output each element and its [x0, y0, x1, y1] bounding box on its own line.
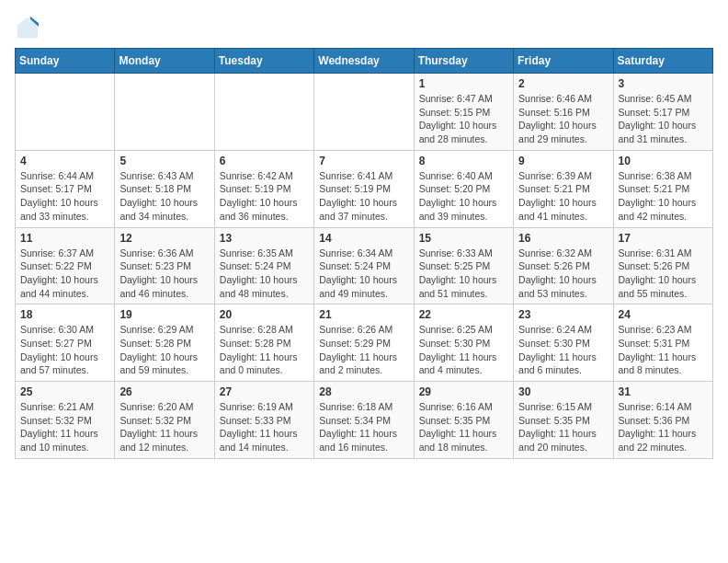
day-number: 1: [419, 77, 508, 90]
day-info: Sunrise: 6:28 AM Sunset: 5:28 PM Dayligh…: [220, 323, 309, 377]
day-number: 29: [419, 385, 508, 398]
day-info: Sunrise: 6:46 AM Sunset: 5:16 PM Dayligh…: [518, 92, 608, 146]
day-cell: 16Sunrise: 6:32 AM Sunset: 5:26 PM Dayli…: [514, 227, 613, 304]
day-info: Sunrise: 6:15 AM Sunset: 5:35 PM Dayligh…: [518, 400, 608, 454]
day-number: 25: [20, 385, 109, 398]
day-number: 12: [119, 232, 209, 245]
day-number: 21: [319, 308, 408, 321]
day-cell: 10Sunrise: 6:38 AM Sunset: 5:21 PM Dayli…: [613, 150, 712, 227]
day-cell: 14Sunrise: 6:34 AM Sunset: 5:24 PM Dayli…: [314, 227, 414, 304]
day-cell: 6Sunrise: 6:42 AM Sunset: 5:19 PM Daylig…: [214, 150, 313, 227]
day-cell: 30Sunrise: 6:15 AM Sunset: 5:35 PM Dayli…: [514, 382, 613, 459]
day-info: Sunrise: 6:23 AM Sunset: 5:31 PM Dayligh…: [619, 323, 708, 377]
day-number: 7: [319, 155, 408, 167]
day-cell: 15Sunrise: 6:33 AM Sunset: 5:25 PM Dayli…: [414, 227, 513, 304]
header-cell-sunday: Sunday: [16, 49, 115, 74]
day-info: Sunrise: 6:38 AM Sunset: 5:21 PM Dayligh…: [619, 169, 708, 224]
calendar: SundayMondayTuesdayWednesdayThursdayFrid…: [15, 48, 713, 459]
day-info: Sunrise: 6:16 AM Sunset: 5:35 PM Dayligh…: [419, 400, 508, 454]
day-number: 24: [619, 308, 708, 321]
day-number: 11: [20, 232, 109, 245]
day-number: 31: [619, 385, 708, 398]
day-number: 9: [518, 155, 608, 167]
calendar-body: 1Sunrise: 6:47 AM Sunset: 5:15 PM Daylig…: [16, 74, 713, 459]
day-number: 28: [319, 385, 408, 398]
day-number: 6: [220, 155, 309, 167]
day-cell: 21Sunrise: 6:26 AM Sunset: 5:29 PM Dayli…: [314, 304, 414, 382]
day-info: Sunrise: 6:42 AM Sunset: 5:19 PM Dayligh…: [220, 169, 309, 224]
day-number: 18: [20, 308, 109, 321]
day-info: Sunrise: 6:43 AM Sunset: 5:18 PM Dayligh…: [119, 169, 209, 224]
day-cell: 2Sunrise: 6:46 AM Sunset: 5:16 PM Daylig…: [514, 74, 613, 151]
week-row-4: 25Sunrise: 6:21 AM Sunset: 5:32 PM Dayli…: [16, 382, 713, 459]
day-number: 14: [319, 232, 408, 245]
day-cell: 24Sunrise: 6:23 AM Sunset: 5:31 PM Dayli…: [613, 304, 712, 382]
day-cell: 4Sunrise: 6:44 AM Sunset: 5:17 PM Daylig…: [16, 150, 115, 227]
logo-icon: [15, 15, 40, 40]
day-info: Sunrise: 6:24 AM Sunset: 5:30 PM Dayligh…: [518, 323, 608, 377]
day-info: Sunrise: 6:31 AM Sunset: 5:26 PM Dayligh…: [619, 247, 708, 301]
day-info: Sunrise: 6:35 AM Sunset: 5:24 PM Dayligh…: [220, 247, 309, 301]
week-row-0: 1Sunrise: 6:47 AM Sunset: 5:15 PM Daylig…: [16, 74, 713, 151]
day-info: Sunrise: 6:37 AM Sunset: 5:22 PM Dayligh…: [20, 247, 109, 301]
day-info: Sunrise: 6:40 AM Sunset: 5:20 PM Dayligh…: [419, 169, 508, 224]
header-row: SundayMondayTuesdayWednesdayThursdayFrid…: [16, 49, 713, 74]
day-cell: [214, 74, 313, 151]
day-cell: [115, 74, 214, 151]
day-cell: 17Sunrise: 6:31 AM Sunset: 5:26 PM Dayli…: [613, 227, 712, 304]
day-cell: [314, 74, 414, 151]
header-cell-monday: Monday: [115, 49, 214, 74]
day-number: 22: [419, 308, 508, 321]
day-info: Sunrise: 6:20 AM Sunset: 5:32 PM Dayligh…: [119, 400, 209, 454]
day-cell: 26Sunrise: 6:20 AM Sunset: 5:32 PM Dayli…: [115, 382, 214, 459]
day-info: Sunrise: 6:34 AM Sunset: 5:24 PM Dayligh…: [319, 247, 408, 301]
day-number: 13: [220, 232, 309, 245]
day-number: 19: [119, 308, 209, 321]
day-info: Sunrise: 6:41 AM Sunset: 5:19 PM Dayligh…: [319, 169, 408, 224]
day-cell: 11Sunrise: 6:37 AM Sunset: 5:22 PM Dayli…: [16, 227, 115, 304]
day-cell: 18Sunrise: 6:30 AM Sunset: 5:27 PM Dayli…: [16, 304, 115, 382]
day-cell: 29Sunrise: 6:16 AM Sunset: 5:35 PM Dayli…: [414, 382, 513, 459]
day-info: Sunrise: 6:26 AM Sunset: 5:29 PM Dayligh…: [319, 323, 408, 377]
page-header: [15, 15, 713, 40]
day-cell: 25Sunrise: 6:21 AM Sunset: 5:32 PM Dayli…: [16, 382, 115, 459]
day-number: 4: [20, 155, 109, 167]
day-cell: 19Sunrise: 6:29 AM Sunset: 5:28 PM Dayli…: [115, 304, 214, 382]
day-cell: 28Sunrise: 6:18 AM Sunset: 5:34 PM Dayli…: [314, 382, 414, 459]
week-row-3: 18Sunrise: 6:30 AM Sunset: 5:27 PM Dayli…: [16, 304, 713, 382]
day-cell: 8Sunrise: 6:40 AM Sunset: 5:20 PM Daylig…: [414, 150, 513, 227]
day-info: Sunrise: 6:14 AM Sunset: 5:36 PM Dayligh…: [619, 400, 708, 454]
day-cell: 9Sunrise: 6:39 AM Sunset: 5:21 PM Daylig…: [514, 150, 613, 227]
header-cell-friday: Friday: [514, 49, 613, 74]
day-cell: 3Sunrise: 6:45 AM Sunset: 5:17 PM Daylig…: [613, 74, 712, 151]
day-info: Sunrise: 6:18 AM Sunset: 5:34 PM Dayligh…: [319, 400, 408, 454]
header-cell-wednesday: Wednesday: [314, 49, 414, 74]
day-number: 30: [518, 385, 608, 398]
day-info: Sunrise: 6:19 AM Sunset: 5:33 PM Dayligh…: [220, 400, 309, 454]
day-info: Sunrise: 6:44 AM Sunset: 5:17 PM Dayligh…: [20, 169, 109, 224]
header-cell-tuesday: Tuesday: [214, 49, 313, 74]
logo: [15, 15, 44, 40]
day-number: 10: [619, 155, 708, 167]
day-info: Sunrise: 6:36 AM Sunset: 5:23 PM Dayligh…: [119, 247, 209, 301]
day-cell: 22Sunrise: 6:25 AM Sunset: 5:30 PM Dayli…: [414, 304, 513, 382]
day-number: 5: [119, 155, 209, 167]
calendar-header: SundayMondayTuesdayWednesdayThursdayFrid…: [16, 49, 713, 74]
day-cell: 12Sunrise: 6:36 AM Sunset: 5:23 PM Dayli…: [115, 227, 214, 304]
day-info: Sunrise: 6:32 AM Sunset: 5:26 PM Dayligh…: [518, 247, 608, 301]
day-info: Sunrise: 6:29 AM Sunset: 5:28 PM Dayligh…: [119, 323, 209, 377]
day-info: Sunrise: 6:30 AM Sunset: 5:27 PM Dayligh…: [20, 323, 109, 377]
day-number: 8: [419, 155, 508, 167]
day-cell: 13Sunrise: 6:35 AM Sunset: 5:24 PM Dayli…: [214, 227, 313, 304]
day-cell: 20Sunrise: 6:28 AM Sunset: 5:28 PM Dayli…: [214, 304, 313, 382]
day-info: Sunrise: 6:39 AM Sunset: 5:21 PM Dayligh…: [518, 169, 608, 224]
header-cell-saturday: Saturday: [613, 49, 712, 74]
day-number: 17: [619, 232, 708, 245]
header-cell-thursday: Thursday: [414, 49, 513, 74]
day-info: Sunrise: 6:33 AM Sunset: 5:25 PM Dayligh…: [419, 247, 508, 301]
day-info: Sunrise: 6:45 AM Sunset: 5:17 PM Dayligh…: [619, 92, 708, 146]
week-row-2: 11Sunrise: 6:37 AM Sunset: 5:22 PM Dayli…: [16, 227, 713, 304]
day-number: 15: [419, 232, 508, 245]
day-cell: 23Sunrise: 6:24 AM Sunset: 5:30 PM Dayli…: [514, 304, 613, 382]
day-number: 26: [119, 385, 209, 398]
